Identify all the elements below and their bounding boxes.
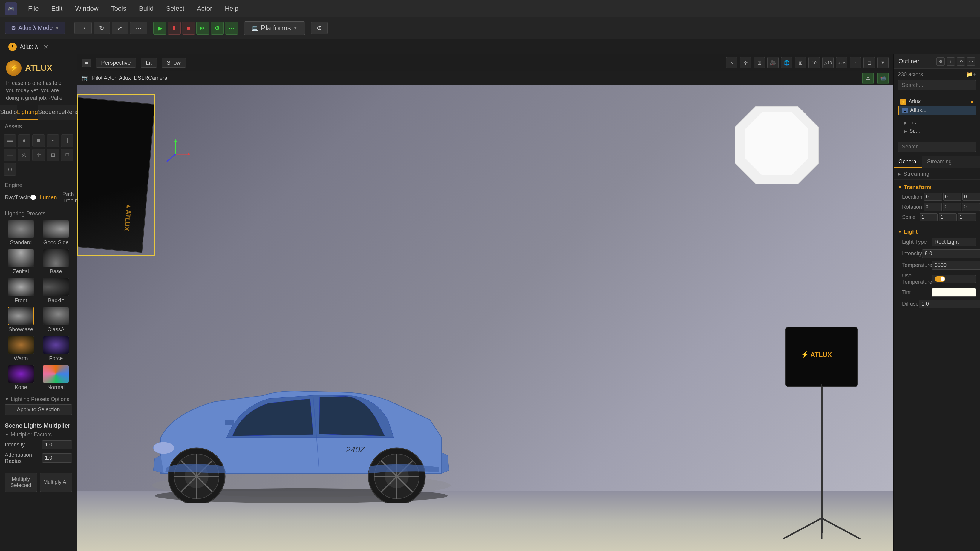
transform-move-btn[interactable]: ↔ xyxy=(75,22,92,34)
rotation-y[interactable] xyxy=(943,203,961,211)
attenuation-input[interactable] xyxy=(42,453,72,463)
preset-base[interactable]: Base xyxy=(40,249,72,275)
light-header[interactable]: ▼ Light xyxy=(898,226,976,236)
light-intensity-input[interactable] xyxy=(922,249,980,258)
outliner-eye-btn[interactable]: 👁 xyxy=(957,57,965,66)
outliner-options-btn[interactable]: ⋯ xyxy=(967,57,975,66)
translate-icon[interactable]: ✛ xyxy=(740,57,751,68)
asset-icon-7[interactable]: ◎ xyxy=(18,149,30,161)
lumen-option[interactable]: Lumen xyxy=(40,194,57,201)
asset-icon-6[interactable]: — xyxy=(3,149,16,161)
perspective-btn[interactable]: Perspective xyxy=(96,58,136,68)
transform-rotate-btn[interactable]: ↻ xyxy=(94,22,110,34)
transform-scale-btn[interactable]: ⤢ xyxy=(112,22,128,34)
detail-tab-general[interactable]: General xyxy=(894,156,922,168)
num-10-btn[interactable]: 10 xyxy=(808,57,820,68)
outliner-filter-btn[interactable]: ⚙ xyxy=(936,57,945,66)
outliner-add-btn[interactable]: + xyxy=(947,57,955,66)
settings-btn[interactable]: ⚙ xyxy=(311,22,328,34)
grid-icon[interactable]: ⊞ xyxy=(795,57,806,68)
rotation-x[interactable] xyxy=(924,203,942,211)
lit-btn[interactable]: Lit xyxy=(141,58,157,68)
asset-icon-3[interactable]: ■ xyxy=(32,134,45,147)
details-search-input[interactable] xyxy=(898,141,976,152)
preset-normal[interactable]: Normal xyxy=(40,365,72,391)
preset-showcase[interactable]: Showcase xyxy=(5,307,37,333)
asset-icon-5[interactable]: | xyxy=(61,134,73,147)
location-y[interactable] xyxy=(943,193,961,201)
menu-file[interactable]: File xyxy=(26,3,40,14)
scale-025-btn[interactable]: 0.25 xyxy=(836,57,847,68)
presets-options-toggle[interactable]: ▼ Lighting Presets Options xyxy=(5,396,72,403)
preset-warm[interactable]: Warm xyxy=(5,336,37,362)
pilot-camera-btn[interactable]: 📹 xyxy=(877,73,889,84)
transform-header[interactable]: ▼ Transform xyxy=(898,182,976,192)
outliner-sub-1[interactable]: ▶ Lic... xyxy=(898,119,976,127)
atlux-tab[interactable]: λ Atlux-λ ✕ xyxy=(0,39,57,54)
preset-kobe[interactable]: Kobe xyxy=(5,365,37,391)
skip-btn[interactable]: ⏭ xyxy=(196,22,210,35)
outliner-item-1[interactable]: ⚡ Atlux... xyxy=(898,97,976,106)
subtab-studio[interactable]: Studio xyxy=(0,105,17,120)
light-type-value[interactable]: Rect Light xyxy=(932,238,976,246)
preset-zenital[interactable]: Zenital xyxy=(5,249,37,275)
layout-btn[interactable]: ⊟ xyxy=(864,57,875,68)
snap-icon[interactable]: ⊞ xyxy=(754,57,765,68)
location-x[interactable] xyxy=(924,193,942,201)
asset-icon-8[interactable]: ✛ xyxy=(32,149,45,161)
pilot-eject-btn[interactable]: ⏏ xyxy=(862,73,873,84)
viewport-scene[interactable]: ▲ATLUX xyxy=(77,86,893,551)
angle-10-btn[interactable]: △10 xyxy=(822,57,834,68)
scale-z[interactable] xyxy=(958,213,976,221)
outliner-sub-2[interactable]: ▶ Sp... xyxy=(898,127,976,135)
expand-btn[interactable]: ▼ xyxy=(877,57,889,68)
preset-standard[interactable]: Standard xyxy=(5,220,37,246)
apply-to-selection-btn[interactable]: Apply to Selection xyxy=(5,404,72,415)
rotation-z[interactable] xyxy=(962,203,980,211)
diffuse-input[interactable] xyxy=(919,300,980,308)
preset-good-side[interactable]: Good Side xyxy=(40,220,72,246)
scale-y[interactable] xyxy=(939,213,957,221)
pause-btn[interactable]: ⏸ xyxy=(168,22,181,35)
pathtracing-option[interactable]: Path Tracing xyxy=(62,191,77,204)
menu-build[interactable]: Build xyxy=(137,3,155,14)
tint-swatch[interactable] xyxy=(932,288,976,297)
temperature-input[interactable] xyxy=(932,261,980,270)
asset-icon-4[interactable]: ▪ xyxy=(47,134,59,147)
outliner-item-2[interactable]: L Atlux... xyxy=(898,106,976,115)
location-z[interactable] xyxy=(963,193,980,201)
menu-actor[interactable]: Actor xyxy=(195,3,214,14)
intensity-input[interactable] xyxy=(42,440,72,449)
asset-icon-11[interactable]: ⊙ xyxy=(3,163,16,176)
tab-close-btn[interactable]: ✕ xyxy=(43,43,48,51)
world-icon[interactable]: 🌐 xyxy=(781,57,792,68)
create-folder-btn[interactable]: 📁+ xyxy=(966,71,976,78)
platforms-dropdown[interactable]: 💻 Platforms ▼ xyxy=(244,21,305,35)
scale-x[interactable] xyxy=(920,213,937,221)
subtab-render[interactable]: Render xyxy=(65,105,77,120)
asset-icon-10[interactable]: □ xyxy=(61,149,73,161)
outliner-search-input[interactable] xyxy=(898,80,976,91)
streaming-section[interactable]: ▶ Streaming xyxy=(894,168,980,180)
hamburger-btn[interactable]: ≡ xyxy=(82,59,91,67)
preset-force[interactable]: Force xyxy=(40,336,72,362)
preset-backlit[interactable]: Backlit xyxy=(40,278,72,304)
subtab-lighting[interactable]: Lighting xyxy=(17,105,38,120)
use-temp-track[interactable] xyxy=(935,276,945,282)
camera-speed-icon[interactable]: 🎥 xyxy=(767,57,779,68)
play-btn[interactable]: ▶ xyxy=(153,22,166,35)
view1-btn[interactable]: 1:1 xyxy=(850,57,861,68)
multiply-all-btn[interactable]: Multiply All xyxy=(40,473,72,492)
transform-options-btn[interactable]: ⋯ xyxy=(130,22,147,34)
show-btn[interactable]: Show xyxy=(162,58,186,68)
menu-help[interactable]: Help xyxy=(223,3,240,14)
menu-select[interactable]: Select xyxy=(164,3,186,14)
subtab-sequence[interactable]: Sequence xyxy=(38,105,65,120)
more-play-btn[interactable]: ⋯ xyxy=(225,22,238,35)
multiply-selected-btn[interactable]: Multiply Selected xyxy=(5,473,37,492)
asset-icon-9[interactable]: ⊞ xyxy=(47,149,59,161)
stop-btn[interactable]: ■ xyxy=(182,22,195,35)
menu-tools[interactable]: Tools xyxy=(109,3,128,14)
menu-window[interactable]: Window xyxy=(73,3,100,14)
raytracing-option[interactable]: RayTracing xyxy=(5,194,33,201)
